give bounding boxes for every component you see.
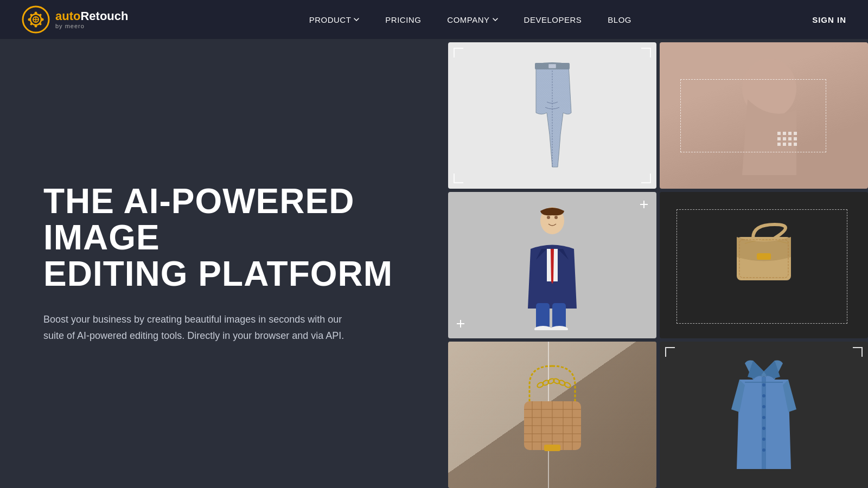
svg-rect-21 <box>777 137 781 140</box>
chevron-down-icon <box>354 18 359 21</box>
svg-point-7 <box>40 14 42 16</box>
nav-product[interactable]: PRODUCT <box>309 15 360 24</box>
plus-indicator-tr <box>639 200 649 211</box>
logo-retouch: Retouch <box>80 10 128 23</box>
svg-point-64 <box>762 383 765 387</box>
svg-point-37 <box>554 216 558 219</box>
svg-point-6 <box>30 14 33 16</box>
svg-rect-29 <box>794 143 797 146</box>
svg-point-69 <box>762 438 765 441</box>
svg-point-70 <box>762 448 765 452</box>
grid-cell-handbag <box>660 192 868 338</box>
logo-brand-name: autoRetouch <box>55 10 128 23</box>
svg-point-8 <box>30 23 33 25</box>
svg-rect-19 <box>783 132 786 135</box>
corner-bl <box>454 174 463 183</box>
svg-point-4 <box>28 18 31 21</box>
grid-cell-man <box>448 192 656 338</box>
main-content: THE AI-POWERED IMAGE EDITING PLATFORM Bo… <box>0 39 868 488</box>
logo[interactable]: autoRetouch by meero <box>22 5 128 34</box>
signin-button[interactable]: SIGN IN <box>812 15 846 24</box>
logo-text: autoRetouch by meero <box>55 10 128 29</box>
hero-description: Boost your business by creating beautifu… <box>43 312 363 344</box>
svg-rect-24 <box>777 143 781 146</box>
corner-tl <box>454 48 463 57</box>
image-grid <box>445 39 868 488</box>
grid-cell-shirt <box>660 342 868 488</box>
shirt-image <box>731 355 796 474</box>
svg-rect-56 <box>544 445 560 451</box>
svg-point-9 <box>40 23 42 25</box>
navbar: autoRetouch by meero PRODUCT PRICING COM… <box>0 0 868 39</box>
hero-title: THE AI-POWERED IMAGE EDITING PLATFORM <box>43 183 401 293</box>
nav-pricing[interactable]: PRICING <box>385 15 421 24</box>
svg-point-67 <box>762 416 765 419</box>
svg-point-2 <box>35 12 37 15</box>
svg-point-36 <box>547 216 550 219</box>
grid-cell-jeans <box>448 42 656 189</box>
grid-cell-skin <box>660 42 868 189</box>
logo-auto: auto <box>55 10 80 23</box>
chain-bag-image <box>513 358 592 472</box>
corner-tr <box>641 48 651 57</box>
nav-company[interactable]: COMPANY <box>447 15 497 24</box>
svg-rect-20 <box>788 132 792 135</box>
logo-by-meero: by meero <box>55 23 128 29</box>
corner-tr <box>853 347 863 357</box>
svg-rect-43 <box>757 253 771 260</box>
svg-point-3 <box>35 25 37 28</box>
skin-image <box>726 56 802 175</box>
svg-rect-25 <box>783 137 786 140</box>
svg-rect-27 <box>794 132 797 135</box>
nav-developers[interactable]: DEVELOPERS <box>524 15 582 24</box>
svg-point-66 <box>762 405 765 408</box>
man-image <box>517 200 588 330</box>
jeans-image <box>522 59 582 172</box>
nav-links: PRODUCT PRICING COMPANY DEVELOPERS BLOG <box>309 15 631 24</box>
logo-icon <box>22 5 50 34</box>
nav-blog[interactable]: BLOG <box>608 15 631 24</box>
corner-tl <box>665 347 675 357</box>
svg-rect-28 <box>794 137 797 140</box>
svg-rect-18 <box>777 132 781 135</box>
svg-rect-26 <box>788 143 792 146</box>
hero-section: THE AI-POWERED IMAGE EDITING PLATFORM Bo… <box>0 39 445 488</box>
handbag-image <box>723 216 805 314</box>
svg-rect-22 <box>783 143 786 146</box>
chevron-down-icon <box>493 18 498 21</box>
svg-point-62 <box>563 382 571 389</box>
plus-indicator-bl <box>456 319 465 331</box>
corner-br <box>641 174 651 183</box>
svg-rect-23 <box>788 137 792 140</box>
svg-point-68 <box>762 427 765 430</box>
svg-point-5 <box>41 18 44 21</box>
svg-rect-63 <box>762 377 766 469</box>
grid-cell-chain-bag <box>448 342 656 488</box>
svg-point-65 <box>762 394 765 397</box>
